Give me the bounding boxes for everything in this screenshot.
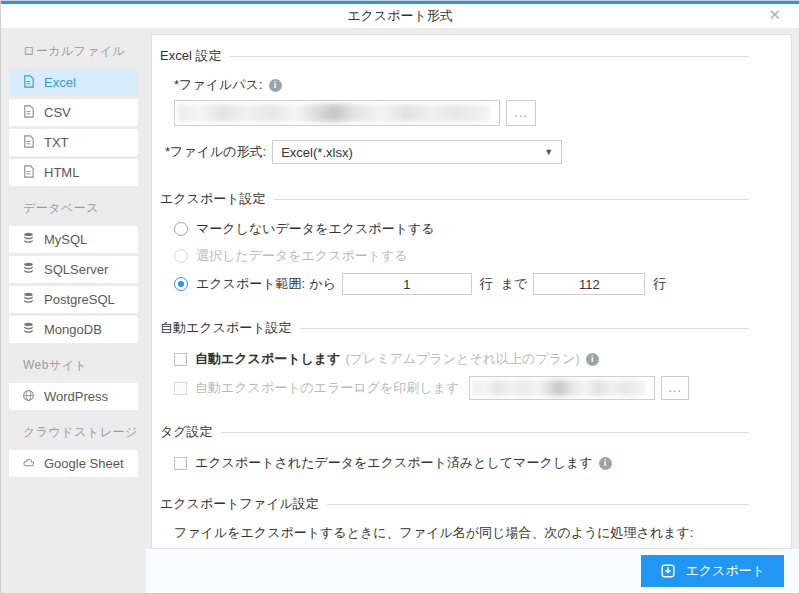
sidebar-item-label: Excel [44,75,76,90]
file-path-label: *ファイルパス: [174,76,263,94]
section-divider [327,504,749,505]
section-excel-settings: Excel 設定 [160,47,749,65]
html-file-icon [22,165,35,181]
file-settings-description: ファイルをエクスポートするときに、ファイル名が同じ場合、次のように処理されます: [174,524,749,542]
sidebar-item-excel[interactable]: Excel [9,69,138,96]
txt-file-icon [22,135,35,151]
auto-export-row: 自動エクスポートします (プレミアムプランとそれ以上のプラン) i [174,350,749,368]
info-icon[interactable]: i [586,353,599,366]
mark-exported-label: エクスポートされたデータをエクスポート済みとしてマークします [195,454,593,472]
export-format-sidebar: ローカルファイル Excel CSV TXT HTML データベース MySQL [1,29,146,593]
section-divider [221,432,749,433]
radio-label: マークしないデータをエクスポートする [196,220,435,238]
radio-export-range[interactable] [174,277,188,291]
sidebar-item-html[interactable]: HTML [9,159,138,186]
error-log-row: 自動エクスポートのエラーログを印刷します ... [174,376,749,400]
globe-icon [22,389,35,405]
section-title: タグ設定 [160,423,213,441]
dialog-title: エクスポート形式 [347,7,453,25]
error-log-path-input[interactable] [469,376,655,400]
radio-row-range: エクスポート範囲: から 行 まで 行 [174,273,749,295]
range-to-input[interactable] [533,273,645,295]
range-from-input[interactable] [342,273,472,295]
section-tag-settings: タグ設定 [160,423,749,441]
premium-note: (プレミアムプランとそれ以上のプラン) [345,350,579,368]
auto-export-label: 自動エクスポートします [195,350,340,368]
info-icon[interactable]: i [599,457,612,470]
radio-label: 選択したデータをエクスポートする [196,247,408,265]
export-button[interactable]: エクスポート [641,555,784,587]
close-icon[interactable]: ✕ [768,7,781,22]
checkbox-mark-exported[interactable] [174,457,187,470]
section-auto-export: 自動エクスポート設定 [160,319,749,337]
export-icon [660,563,676,579]
file-format-label: *ファイルの形式: [165,143,266,161]
range-from-label: から [309,275,336,293]
sidebar-group-cloud-storage: クラウドストレージ [1,413,146,450]
sidebar-item-label: CSV [44,105,71,120]
checkbox-error-log[interactable] [174,382,187,395]
info-icon[interactable]: i [269,79,282,92]
database-icon [22,232,35,248]
section-title: エクスポートファイル設定 [160,495,319,513]
file-path-input[interactable] [174,100,500,126]
radio-export-selected[interactable] [174,249,188,263]
database-icon [22,262,35,278]
sidebar-item-label: SQLServer [44,262,108,277]
sidebar-item-label: MongoDB [44,322,102,337]
export-dialog: エクスポート形式 ✕ ローカルファイル Excel CSV TXT HTML デ… [0,0,800,594]
radio-row-unmarked: マークしないデータをエクスポートする [174,220,749,238]
sidebar-item-label: HTML [44,165,79,180]
file-format-select[interactable]: Excel(*.xlsx) ▼ [272,140,562,164]
dialog-titlebar: エクスポート形式 ✕ [1,1,799,29]
checkbox-auto-export[interactable] [174,353,187,366]
section-title: Excel 設定 [160,47,221,65]
file-path-label-row: *ファイルパス: i [174,76,749,94]
export-settings-panel: Excel 設定 *ファイルパス: i ... *ファイルの形式: Excel(… [151,34,792,549]
section-divider [229,56,749,57]
radio-export-unmarked[interactable] [174,222,188,236]
sidebar-item-csv[interactable]: CSV [9,99,138,126]
range-to-label: まで [501,275,528,293]
rows-label: 行 [480,275,493,293]
browse-button[interactable]: ... [506,100,536,126]
csv-file-icon [22,105,35,121]
section-title: エクスポート設定 [160,190,266,208]
sidebar-group-database: データベース [1,189,146,226]
redacted-log-path [473,380,645,396]
sidebar-item-label: PostgreSQL [44,292,115,307]
file-format-value: Excel(*.xlsx) [281,145,353,160]
section-title: 自動エクスポート設定 [160,319,292,337]
section-divider [274,199,749,200]
cloud-icon [22,456,35,472]
sidebar-item-label: TXT [44,135,69,150]
redacted-file-path [178,104,490,122]
browse-button[interactable]: ... [661,376,689,400]
file-format-row: *ファイルの形式: Excel(*.xlsx) ▼ [165,140,749,164]
radio-row-selected: 選択したデータをエクスポートする [174,247,749,265]
sidebar-item-sqlserver[interactable]: SQLServer [9,256,138,283]
export-button-label: エクスポート [685,562,765,580]
database-icon [22,322,35,338]
error-log-label: 自動エクスポートのエラーログを印刷します [195,379,459,397]
chevron-down-icon: ▼ [544,147,553,157]
sidebar-item-postgresql[interactable]: PostgreSQL [9,286,138,313]
sidebar-item-google-sheet[interactable]: Google Sheet [9,450,138,477]
sidebar-item-wordpress[interactable]: WordPress [9,383,138,410]
sidebar-item-label: MySQL [44,232,87,247]
sidebar-item-label: WordPress [44,389,108,404]
range-label: エクスポート範囲: [196,275,305,293]
sidebar-group-website: Webサイト [1,346,146,383]
excel-file-icon [22,75,35,91]
section-divider [300,328,749,329]
database-icon [22,292,35,308]
mark-exported-row: エクスポートされたデータをエクスポート済みとしてマークします i [174,454,749,472]
sidebar-item-mysql[interactable]: MySQL [9,226,138,253]
section-export-settings: エクスポート設定 [160,190,749,208]
file-path-row: ... [174,100,749,126]
sidebar-item-txt[interactable]: TXT [9,129,138,156]
sidebar-item-mongodb[interactable]: MongoDB [9,316,138,343]
dialog-footer: エクスポート [146,549,799,593]
sidebar-group-local-files: ローカルファイル [1,32,146,69]
sidebar-item-label: Google Sheet [44,456,124,471]
